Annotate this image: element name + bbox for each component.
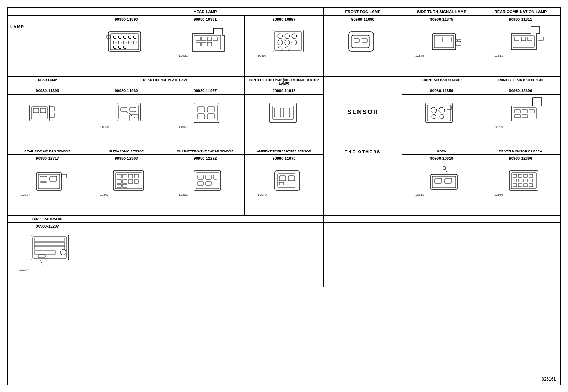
svg-rect-146 [34, 246, 65, 250]
connector-11918-cell [245, 95, 324, 148]
horn-part: 90980-10619 [402, 155, 481, 162]
svg-rect-71 [198, 114, 205, 119]
ref-12303: 12303 [100, 193, 109, 197]
svg-rect-86 [515, 110, 520, 113]
svg-marker-16 [192, 28, 224, 51]
svg-point-81 [432, 114, 436, 119]
rear-combo-header: REAR COMBINATION LAMP [481, 8, 560, 16]
svg-rect-88 [529, 110, 534, 113]
head-lamp-part1: 90980-11893 [87, 16, 166, 23]
svg-rect-1 [110, 34, 139, 50]
connector-12303-svg [110, 164, 153, 196]
svg-rect-116 [206, 182, 211, 186]
svg-rect-61 [117, 103, 140, 121]
svg-rect-94 [40, 176, 47, 181]
svg-rect-66 [130, 114, 138, 121]
ref-11070: 11070 [258, 193, 267, 197]
svg-rect-70 [207, 107, 214, 112]
connector-10897-cell: 10897 [245, 23, 324, 77]
svg-rect-24 [207, 42, 212, 46]
connector-11875-svg [425, 25, 468, 57]
svg-rect-130 [513, 174, 517, 177]
ref-10931: 10931 [179, 54, 188, 57]
ref-12717: 12717 [21, 193, 30, 197]
svg-rect-147 [34, 251, 56, 254]
connector-11856-cell [402, 95, 481, 148]
side-turn-part: 90980-11875 [402, 16, 481, 23]
connector-11875-cell: 11875 [402, 23, 481, 77]
ambient-temp-label: AMBIENT TEMPERATURE SENSOR [245, 148, 324, 155]
connector-12292-svg [189, 164, 232, 196]
svg-rect-135 [518, 179, 522, 182]
svg-rect-102 [128, 174, 133, 178]
svg-point-5 [128, 36, 131, 39]
connector-11856-svg [420, 96, 463, 128]
svg-rect-143 [33, 237, 67, 258]
connector-11096-svg [341, 25, 384, 57]
front-fog-header: FRONT FOG LAMP [324, 8, 402, 16]
svg-rect-76 [283, 108, 290, 117]
rear-side-air-bag-label: REAR SIDE AIR BAG SENSOR [8, 148, 87, 155]
svg-line-65 [127, 112, 137, 119]
svg-point-80 [439, 107, 445, 113]
connector-12366-cell: 12366 [481, 162, 560, 216]
svg-rect-134 [513, 179, 517, 182]
svg-point-11 [133, 41, 136, 44]
svg-point-79 [431, 107, 437, 113]
ref-11811: 11811 [494, 54, 503, 57]
connector-11967-cell: 11967 [166, 95, 245, 148]
rear-side-air-bag-part: 90980-12717 [8, 155, 87, 162]
svg-rect-105 [123, 180, 127, 183]
svg-rect-93 [38, 174, 60, 189]
ref-11060: 11060 [100, 125, 109, 129]
ref-12297: 12297 [19, 268, 28, 271]
svg-rect-114 [213, 175, 217, 179]
connector-11096-cell [324, 23, 402, 77]
svg-rect-57 [33, 108, 39, 113]
connector-12699-cell: 12699 [481, 95, 560, 148]
svg-rect-133 [529, 174, 533, 177]
svg-rect-40 [362, 38, 367, 42]
connector-11918-svg [263, 96, 305, 128]
svg-rect-121 [279, 182, 284, 185]
page-container: HEAD LAMP FRONT FOG LAMP SIDE TURN SIGNA… [7, 7, 561, 385]
front-air-bag-part: 90980-11856 [402, 87, 481, 95]
millimeter-label: MILLIMETER-WAVE RADAR SENSOR [166, 148, 245, 155]
svg-rect-109 [123, 184, 127, 187]
svg-point-8 [118, 41, 121, 44]
ref-12699: 12699 [494, 125, 503, 129]
brake-empty3 [87, 223, 324, 230]
svg-point-10 [128, 41, 131, 44]
svg-point-12 [113, 46, 116, 49]
svg-rect-39 [354, 38, 359, 42]
svg-rect-148 [38, 255, 45, 258]
svg-rect-51 [521, 37, 526, 41]
svg-rect-110 [194, 171, 221, 190]
svg-point-32 [278, 40, 283, 45]
ref-11875: 11875 [415, 54, 424, 57]
ultrasonic-label: ULTRASONIC SENSOR [87, 148, 166, 155]
svg-rect-45 [456, 36, 461, 40]
svg-line-150 [40, 260, 44, 265]
svg-rect-137 [529, 179, 533, 182]
millimeter-part: 90980-12292 [166, 155, 245, 162]
svg-rect-26 [273, 30, 303, 52]
front-fog-part: 90980-11096 [324, 16, 402, 23]
svg-rect-100 [117, 174, 121, 178]
head-lamp-part2: 90980-10931 [166, 16, 245, 23]
svg-rect-101 [123, 174, 127, 178]
connector-12297-cell: 12297 [8, 230, 87, 287]
connector-12717-svg [31, 164, 74, 196]
connector-10931-svg [189, 25, 232, 57]
svg-rect-131 [518, 174, 522, 177]
svg-rect-44 [445, 37, 451, 42]
rear-license-part1: 90980-11060 [87, 87, 166, 95]
brake-empty6 [324, 230, 560, 287]
svg-rect-89 [515, 115, 520, 118]
front-air-bag-label: FRONT AIR BAG SENSOR [402, 77, 481, 87]
svg-rect-75 [274, 108, 281, 117]
svg-rect-138 [513, 184, 517, 187]
center-stop-part: 90980-11918 [245, 87, 324, 95]
svg-rect-47 [456, 42, 461, 45]
svg-point-2 [113, 36, 116, 39]
